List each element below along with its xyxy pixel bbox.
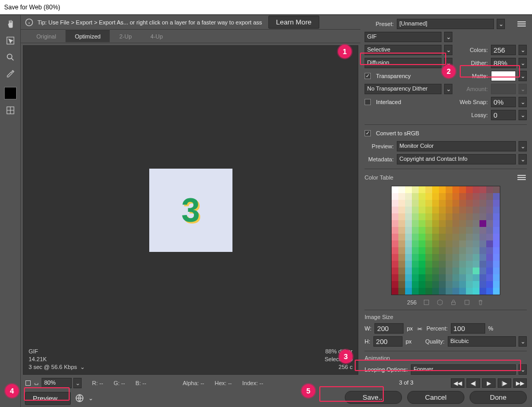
color-swatch[interactable] bbox=[493, 220, 500, 227]
dither-alg-select[interactable]: Diffusion bbox=[365, 58, 442, 68]
color-swatch[interactable] bbox=[398, 261, 405, 268]
color-swatch[interactable] bbox=[493, 193, 500, 200]
color-swatch[interactable] bbox=[493, 281, 500, 288]
color-swatch[interactable] bbox=[486, 220, 493, 227]
color-swatch[interactable] bbox=[419, 186, 425, 193]
color-swatch[interactable] bbox=[425, 207, 432, 213]
color-swatch[interactable] bbox=[419, 240, 425, 247]
color-swatch[interactable] bbox=[466, 213, 473, 220]
websnap-input[interactable] bbox=[491, 97, 516, 107]
color-swatch[interactable] bbox=[459, 186, 466, 193]
color-swatch[interactable] bbox=[446, 207, 452, 213]
color-swatch[interactable] bbox=[459, 261, 466, 268]
color-swatch[interactable] bbox=[452, 281, 459, 288]
color-swatch[interactable] bbox=[473, 281, 479, 288]
color-swatch[interactable] bbox=[479, 220, 486, 227]
color-swatch[interactable] bbox=[405, 288, 412, 295]
chevron-down-icon[interactable]: ⌄ bbox=[518, 364, 527, 375]
colors-input[interactable] bbox=[491, 45, 516, 55]
color-swatch[interactable] bbox=[405, 254, 412, 261]
color-swatch[interactable] bbox=[425, 186, 432, 193]
color-swatch[interactable] bbox=[398, 207, 405, 213]
color-swatch[interactable] bbox=[446, 261, 452, 268]
color-swatch[interactable] bbox=[419, 234, 425, 240]
color-swatch[interactable] bbox=[392, 186, 398, 193]
color-swatch[interactable] bbox=[479, 234, 486, 240]
color-swatch[interactable] bbox=[392, 227, 398, 234]
color-swatch[interactable] bbox=[479, 281, 486, 288]
color-swatch[interactable] bbox=[459, 240, 466, 247]
color-swatch[interactable] bbox=[405, 213, 412, 220]
color-swatch[interactable] bbox=[452, 200, 459, 207]
color-swatch[interactable] bbox=[452, 240, 459, 247]
color-swatch[interactable] bbox=[479, 207, 486, 213]
color-swatch[interactable] bbox=[493, 261, 500, 268]
color-swatch[interactable] bbox=[439, 268, 446, 274]
color-swatch[interactable] bbox=[493, 207, 500, 213]
color-swatch[interactable] bbox=[412, 213, 419, 220]
color-swatch[interactable] bbox=[479, 186, 486, 193]
color-swatch[interactable] bbox=[486, 234, 493, 240]
color-swatch[interactable] bbox=[446, 281, 452, 288]
metadata-select[interactable]: Copyright and Contact Info bbox=[397, 154, 516, 164]
color-swatch[interactable] bbox=[493, 268, 500, 274]
color-swatch[interactable] bbox=[452, 213, 459, 220]
color-swatch[interactable] bbox=[392, 288, 398, 295]
color-swatch[interactable] bbox=[398, 288, 405, 295]
color-swatch[interactable] bbox=[486, 207, 493, 213]
color-swatch[interactable] bbox=[446, 240, 452, 247]
chevron-down-icon[interactable]: ⌄ bbox=[518, 336, 527, 347]
color-swatch[interactable] bbox=[459, 247, 466, 254]
color-swatch[interactable] bbox=[405, 234, 412, 240]
color-swatch[interactable] bbox=[412, 193, 419, 200]
tab-original[interactable]: Original bbox=[27, 31, 66, 42]
color-swatch[interactable] bbox=[473, 288, 479, 295]
trash-icon[interactable] bbox=[477, 299, 484, 306]
color-swatch[interactable] bbox=[452, 193, 459, 200]
browser-icon[interactable] bbox=[75, 393, 84, 403]
chevron-down-icon[interactable]: ⌄ bbox=[518, 97, 527, 107]
color-swatch[interactable] bbox=[419, 268, 425, 274]
color-swatch[interactable] bbox=[473, 247, 479, 254]
color-swatch[interactable] bbox=[439, 247, 446, 254]
reduction-select[interactable]: Selective bbox=[365, 45, 442, 55]
color-swatch[interactable] bbox=[405, 200, 412, 207]
color-swatch[interactable] bbox=[479, 227, 486, 234]
cube-icon[interactable] bbox=[436, 299, 444, 306]
color-swatch[interactable] bbox=[479, 213, 486, 220]
color-swatch[interactable] bbox=[486, 240, 493, 247]
color-swatch[interactable] bbox=[405, 227, 412, 234]
color-swatch[interactable] bbox=[398, 274, 405, 281]
color-swatch[interactable] bbox=[412, 186, 419, 193]
color-swatch[interactable] bbox=[412, 268, 419, 274]
color-swatch[interactable] bbox=[432, 288, 439, 295]
panel-menu-icon[interactable] bbox=[516, 20, 527, 28]
color-swatch[interactable] bbox=[405, 207, 412, 213]
tab-optimized[interactable]: Optimized bbox=[66, 30, 110, 42]
color-table-grid[interactable] bbox=[391, 186, 500, 295]
hand-small-icon[interactable] bbox=[33, 380, 40, 386]
color-swatch[interactable] bbox=[473, 220, 479, 227]
color-swatch[interactable] bbox=[425, 240, 432, 247]
color-swatch[interactable] bbox=[392, 274, 398, 281]
format-select[interactable]: GIF bbox=[365, 32, 442, 42]
color-swatch[interactable] bbox=[439, 254, 446, 261]
color-swatch[interactable] bbox=[392, 207, 398, 213]
color-swatch[interactable] bbox=[432, 261, 439, 268]
color-swatch[interactable] bbox=[466, 220, 473, 227]
color-swatch[interactable] bbox=[459, 288, 466, 295]
dither-input[interactable] bbox=[491, 58, 516, 68]
color-swatch[interactable] bbox=[479, 240, 486, 247]
color-swatch[interactable] bbox=[432, 213, 439, 220]
color-swatch[interactable] bbox=[473, 200, 479, 207]
color-swatch[interactable] bbox=[439, 234, 446, 240]
color-swatch[interactable] bbox=[392, 193, 398, 200]
color-swatch[interactable] bbox=[419, 281, 425, 288]
color-swatch[interactable] bbox=[493, 213, 500, 220]
color-swatch[interactable] bbox=[452, 274, 459, 281]
color-swatch[interactable] bbox=[392, 213, 398, 220]
prev-frame-button[interactable]: ◀| bbox=[466, 378, 480, 388]
color-swatch[interactable] bbox=[473, 227, 479, 234]
transparency-checkbox[interactable] bbox=[365, 73, 371, 79]
chevron-down-icon[interactable]: ⌄ bbox=[497, 19, 505, 29]
